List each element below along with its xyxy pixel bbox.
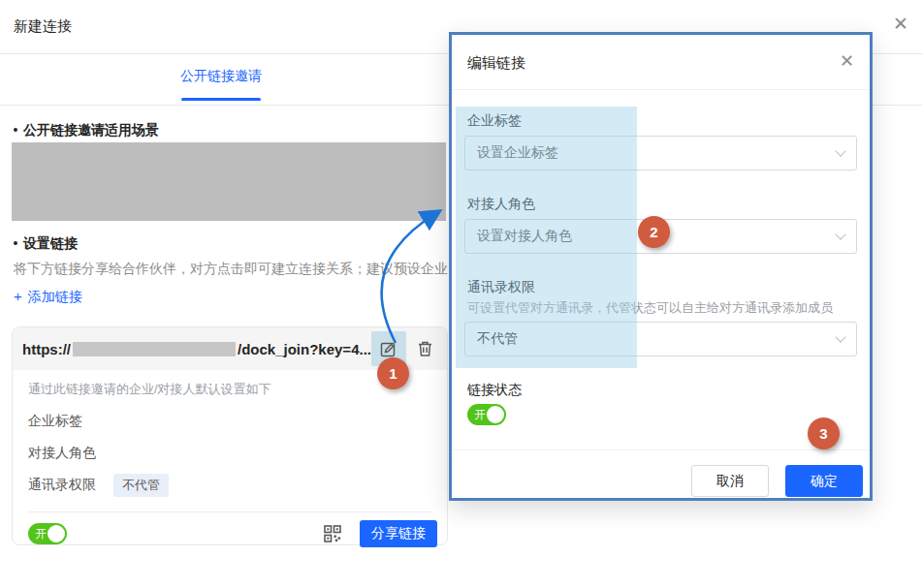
link-default-hint: 通过此链接邀请的企业/对接人默认设置如下 (28, 381, 271, 398)
share-link-button[interactable]: 分享链接 (360, 520, 437, 547)
close-icon[interactable]: ✕ (893, 15, 908, 33)
add-link-button[interactable]: +添加链接 (14, 288, 82, 306)
dialog-close-icon[interactable]: ✕ (840, 52, 854, 70)
tab-public-link-invite[interactable]: 公开链接邀请 (179, 68, 263, 85)
new-connection-window: 新建连接 ✕ 公开链接邀请 公开链接邀请适用场景 设置链接 将下方链接分享给合作… (0, 0, 922, 588)
chevron-down-icon (835, 331, 845, 342)
chevron-down-icon (835, 145, 845, 156)
toggle-knob (487, 406, 504, 423)
dialog-header-divider (452, 89, 870, 90)
toggle-knob (48, 525, 65, 542)
delete-link-button[interactable] (414, 336, 437, 361)
window-title: 新建连接 (14, 17, 72, 36)
card-row-role: 对接人角色 (28, 445, 96, 462)
cancel-button[interactable]: 取消 (691, 465, 769, 497)
card-footer-divider (28, 511, 431, 512)
annotation-step-2: 2 (638, 216, 670, 248)
chevron-down-icon (835, 229, 845, 239)
annotation-step-3: 3 (808, 418, 840, 449)
edit-icon (380, 341, 397, 357)
link-card: https:///dock_join?key=4... 通过此链接邀请的企业/对… (12, 326, 448, 545)
redacted-scene-image (12, 142, 446, 221)
contacts-permission-hint: 可设置代管对方通讯录，代管状态可以自主给对方通讯录添加成员 (467, 299, 833, 317)
link-enabled-toggle[interactable]: 开 (28, 523, 67, 544)
field-label-role: 对接人角色 (467, 196, 535, 213)
card-row-contacts: 通讯录权限 不代管 (28, 474, 169, 497)
field-label-contacts: 通讯录权限 (467, 279, 535, 296)
setup-section-title: 设置链接 (14, 235, 78, 253)
contacts-permission-select[interactable]: 不代管 (464, 322, 857, 356)
redacted-domain (73, 342, 236, 356)
plus-icon: + (14, 288, 22, 304)
link-url: https:///dock_join?key=4... (22, 341, 371, 357)
contacts-permission-badge: 不代管 (113, 474, 169, 497)
qr-code-icon (323, 524, 342, 543)
annotation-step-1: 1 (377, 357, 409, 389)
qr-code-button[interactable] (321, 522, 344, 545)
tab-active-underline (181, 98, 261, 101)
link-status-toggle[interactable]: 开 (467, 404, 506, 425)
card-footer: 开 分享链接 (28, 520, 437, 547)
tag-select[interactable]: 设置企业标签 (464, 136, 857, 170)
bullet-icon (14, 241, 17, 245)
scene-section-title: 公开链接邀请适用场景 (14, 122, 159, 139)
card-row-tag: 企业标签 (28, 413, 82, 430)
setup-description: 将下方链接分享给合作伙伴，对方点击即可建立连接关系；建议预设企业 (14, 261, 449, 278)
field-label-status: 链接状态 (467, 382, 522, 399)
dialog-title: 编辑链接 (467, 54, 525, 73)
trash-icon (417, 340, 433, 357)
field-label-tag: 企业标签 (467, 112, 522, 130)
bullet-icon (14, 128, 17, 132)
dialog-footer-divider (452, 449, 870, 450)
confirm-button[interactable]: 确定 (785, 465, 863, 497)
